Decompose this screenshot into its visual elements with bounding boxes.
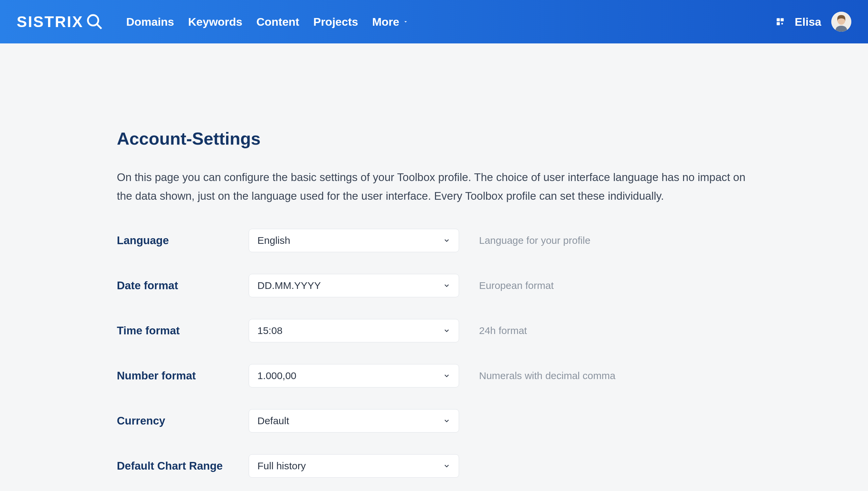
nav-keywords[interactable]: Keywords xyxy=(188,16,243,28)
search-icon xyxy=(86,13,103,30)
number-format-hint: Numerals with decimal comma xyxy=(479,370,615,381)
number-format-label: Number format xyxy=(117,369,249,382)
time-format-label: Time format xyxy=(117,324,249,337)
nav-projects[interactable]: Projects xyxy=(313,16,358,28)
logo-text: SISTRIX xyxy=(17,13,84,31)
setting-row-number-format: Number format 1.000,00 Numerals with dec… xyxy=(117,364,751,387)
chevron-down-icon xyxy=(443,417,451,425)
currency-value: Default xyxy=(257,415,289,427)
svg-line-1 xyxy=(97,24,101,29)
chevron-down-icon xyxy=(403,19,409,25)
setting-row-date-format: Date format DD.MM.YYYY European format xyxy=(117,274,751,297)
header-right: Elisa xyxy=(776,12,851,32)
nav-more-label: More xyxy=(372,16,399,28)
chevron-down-icon xyxy=(443,372,451,379)
avatar-image xyxy=(831,12,851,32)
svg-point-0 xyxy=(88,15,98,25)
currency-label: Currency xyxy=(117,414,249,427)
language-hint: Language for your profile xyxy=(479,235,591,246)
header: SISTRIX Domains Keywords Content Project… xyxy=(0,0,868,44)
nav-keywords-label: Keywords xyxy=(188,16,243,28)
main-nav: Domains Keywords Content Projects More xyxy=(126,16,409,28)
date-format-label: Date format xyxy=(117,279,249,292)
svg-rect-4 xyxy=(777,22,779,25)
svg-rect-2 xyxy=(777,18,779,21)
setting-row-chart-range: Default Chart Range Full history xyxy=(117,454,751,478)
username: Elisa xyxy=(795,16,821,28)
svg-rect-5 xyxy=(781,23,783,25)
settings-form: Language English Language for your profi… xyxy=(117,229,751,491)
number-format-value: 1.000,00 xyxy=(257,370,297,381)
date-format-value: DD.MM.YYYY xyxy=(257,280,321,291)
setting-row-language: Language English Language for your profi… xyxy=(117,229,751,252)
number-format-select[interactable]: 1.000,00 xyxy=(249,364,459,387)
page-title: Account-Settings xyxy=(117,128,751,149)
language-value: English xyxy=(257,235,290,246)
svg-rect-3 xyxy=(780,18,783,21)
setting-row-time-format: Time format 15:08 24h format xyxy=(117,319,751,342)
page-description: On this page you can configure the basic… xyxy=(117,168,746,205)
chevron-down-icon xyxy=(443,327,451,334)
nav-domains[interactable]: Domains xyxy=(126,16,174,28)
language-select[interactable]: English xyxy=(249,229,459,252)
setting-row-currency: Currency Default xyxy=(117,409,751,433)
time-format-select[interactable]: 15:08 xyxy=(249,319,459,342)
chevron-down-icon xyxy=(443,282,451,289)
header-left: SISTRIX Domains Keywords Content Project… xyxy=(17,13,409,31)
nav-domains-label: Domains xyxy=(126,16,174,28)
chart-range-label: Default Chart Range xyxy=(117,460,249,472)
time-format-value: 15:08 xyxy=(257,325,282,336)
currency-select[interactable]: Default xyxy=(249,409,459,433)
language-label: Language xyxy=(117,234,249,247)
chevron-down-icon xyxy=(443,237,451,244)
chart-range-value: Full history xyxy=(257,460,306,472)
nav-projects-label: Projects xyxy=(313,16,358,28)
chevron-down-icon xyxy=(443,462,451,470)
nav-more[interactable]: More xyxy=(372,16,409,28)
nav-content[interactable]: Content xyxy=(256,16,299,28)
chart-range-select[interactable]: Full history xyxy=(249,454,459,478)
time-format-hint: 24h format xyxy=(479,325,527,336)
avatar[interactable] xyxy=(831,12,851,32)
apps-icon[interactable] xyxy=(776,17,785,26)
content: Account-Settings On this page you can co… xyxy=(0,44,868,491)
nav-content-label: Content xyxy=(256,16,299,28)
logo[interactable]: SISTRIX xyxy=(17,13,103,31)
date-format-select[interactable]: DD.MM.YYYY xyxy=(249,274,459,297)
date-format-hint: European format xyxy=(479,280,554,291)
